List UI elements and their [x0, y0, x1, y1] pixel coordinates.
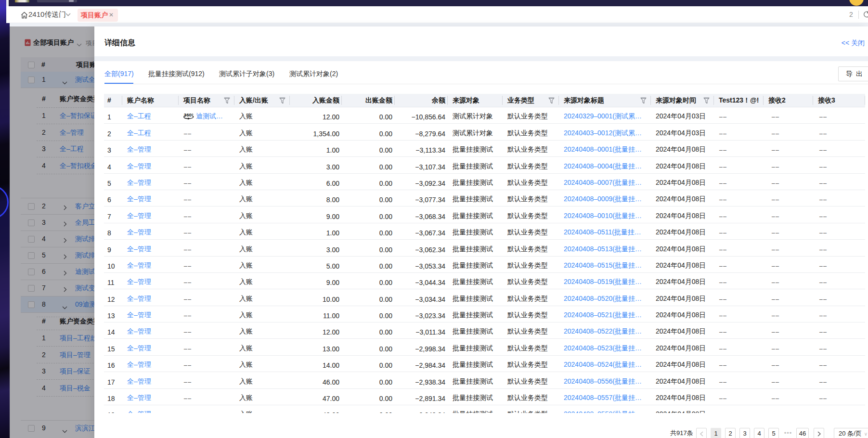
svg-text:360°: 360°: [184, 113, 194, 118]
